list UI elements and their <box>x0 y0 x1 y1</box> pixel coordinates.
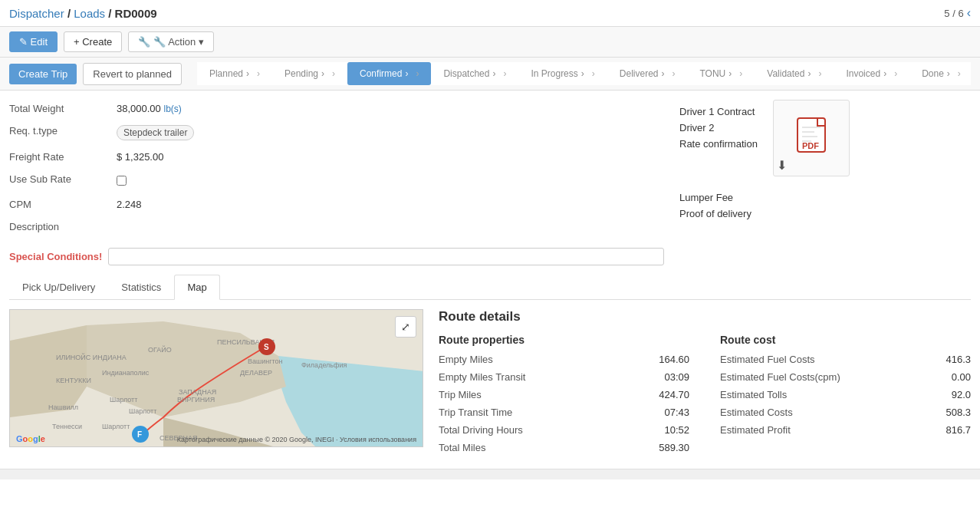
svg-text:F: F <box>137 430 142 439</box>
wrench-icon: 🔧 <box>138 36 150 48</box>
tab-map[interactable]: Map <box>174 275 219 300</box>
dropdown-arrow: ▾ <box>199 36 204 48</box>
driver2-label: Driver 2 <box>679 122 715 133</box>
route-trip-transit-time: Trip Transit Time 07:43 <box>439 407 689 418</box>
svg-text:Нашвилл: Нашвилл <box>48 403 78 411</box>
cpm-row: CPM 2.248 <box>9 196 664 210</box>
route-section: Route details Route properties Empty Mil… <box>439 309 971 459</box>
action-button[interactable]: 🔧 🔧 Action ▾ <box>128 31 214 52</box>
status-in-progress[interactable]: In Progress › <box>518 62 607 85</box>
freight-rate-label: Freight Rate <box>9 148 117 163</box>
toolbar: ✎ Edit + Create 🔧 🔧 Action ▾ <box>0 27 980 58</box>
use-sub-rate-checkbox[interactable] <box>117 170 664 188</box>
svg-text:ДЕЛАВЕР: ДЕЛАВЕР <box>240 369 272 377</box>
svg-text:ИЛИНОЙС  ИНДИАНА: ИЛИНОЙС ИНДИАНА <box>56 353 127 361</box>
create-button[interactable]: + Create <box>64 31 122 52</box>
driver1-row: Driver 1 Contract <box>679 106 758 117</box>
route-est-profit: Estimated Profit 816.7 <box>720 424 971 436</box>
pagination-text: 5 / 6 <box>944 8 963 19</box>
pagination: 5 / 6 ‹ <box>944 6 971 20</box>
route-est-fuel-costs-cpm: Estimated Fuel Costs(cpm) 0.00 <box>720 371 971 383</box>
map-expand-button[interactable]: ⤢ <box>395 316 416 338</box>
google-logo: Google <box>16 434 45 443</box>
lumper-fee-label: Lumper Fee <box>679 192 733 203</box>
lower-area: Pick Up/Delivery Statistics Map <box>0 275 980 469</box>
main-content: Total Weight 38,000.00 lb(s) Req. t.type… <box>0 91 980 275</box>
map-svg: Индианаполис Нашвилл ОГАЙО ИЛИНОЙС ИНДИА… <box>10 310 423 447</box>
status-validated[interactable]: Validated › <box>755 62 834 85</box>
pdf-icon: PDF <box>796 117 827 160</box>
driver2-row: Driver 2 <box>679 122 758 133</box>
driver1-label: Driver 1 Contract <box>679 106 755 117</box>
description-value <box>117 218 664 221</box>
route-est-fuel-costs: Estimated Fuel Costs 416.3 <box>720 354 971 365</box>
svg-text:Теннесси: Теннесси <box>52 423 82 430</box>
route-empty-miles: Empty Miles 164.60 <box>439 354 689 365</box>
special-conditions-input[interactable] <box>108 248 664 265</box>
breadcrumb-dispatcher[interactable]: Dispatcher <box>9 7 64 20</box>
sub-rate-input[interactable] <box>117 176 127 186</box>
breadcrumb-loads[interactable]: Loads <box>74 7 105 20</box>
rate-confirmation-label: Rate confirmation <box>679 138 758 150</box>
status-bar: Planned › Pending › Confirmed › Dispatch… <box>197 62 971 85</box>
total-weight-label: Total Weight <box>9 100 117 114</box>
driver-section: Driver 1 Contract Driver 2 Rate confirma… <box>679 106 758 154</box>
status-pending[interactable]: Pending › <box>272 62 347 85</box>
status-invoiced[interactable]: Invoiced › <box>834 62 909 85</box>
cpm-value: 2.248 <box>117 196 664 210</box>
svg-text:Шарлотт: Шарлотт <box>102 423 130 430</box>
tab-statistics[interactable]: Statistics <box>108 275 174 300</box>
rate-confirmation-row: Rate confirmation <box>679 138 758 150</box>
doc-section: PDF ⬇ <box>773 100 850 176</box>
lower-section: Индианаполис Нашвилл ОГАЙО ИЛИНОЙС ИНДИА… <box>9 300 971 469</box>
req-ttype-tag: Stepdeck trailer <box>117 125 194 140</box>
svg-text:S: S <box>264 343 269 351</box>
route-est-tolls: Estimated Tolls 92.0 <box>720 389 971 400</box>
freight-rate-value: $ 1,325.00 <box>117 148 664 163</box>
route-cost-col: Route cost Estimated Fuel Costs 416.3 Es… <box>720 334 971 459</box>
route-columns: Route properties Empty Miles 164.60 Empt… <box>439 334 971 459</box>
map-attribution: Картографические данные © 2020 Google, I… <box>177 436 416 443</box>
svg-text:Шарлотт: Шарлотт <box>129 407 156 415</box>
header: Dispatcher / Loads / RD0009 5 / 6 ‹ <box>0 0 980 27</box>
route-total-driving-hours: Total Driving Hours 10:52 <box>439 424 689 436</box>
svg-text:Филадельфия: Филадельфия <box>301 361 347 369</box>
status-confirmed[interactable]: Confirmed › <box>347 62 431 85</box>
download-icon[interactable]: ⬇ <box>777 158 787 173</box>
right-section-inner: Driver 1 Contract Driver 2 Rate confirma… <box>679 100 971 176</box>
lumper-section: Lumper Fee Proof of delivery <box>679 192 971 219</box>
status-planned[interactable]: Planned › <box>197 62 272 85</box>
tab-pickup-delivery[interactable]: Pick Up/Delivery <box>9 275 108 300</box>
route-properties-title: Route properties <box>439 334 689 346</box>
route-trip-miles: Trip Miles 424.70 <box>439 389 689 400</box>
route-total-miles: Total Miles 589.30 <box>439 442 689 453</box>
total-weight-row: Total Weight 38,000.00 lb(s) <box>9 100 664 114</box>
route-title: Route details <box>439 309 971 324</box>
svg-text:Индианаполис: Индианаполис <box>102 369 150 377</box>
breadcrumb-id: RD0009 <box>115 7 157 20</box>
status-tonu[interactable]: TONU › <box>688 62 755 85</box>
svg-text:ВИРГИНИЯ: ВИРГИНИЯ <box>177 396 215 403</box>
svg-text:КЕНТУККИ: КЕНТУККИ <box>56 377 91 384</box>
breadcrumb: Dispatcher / Loads / RD0009 <box>9 7 157 20</box>
tabs: Pick Up/Delivery Statistics Map <box>9 275 971 300</box>
svg-text:ОГАЙО: ОГАЙО <box>148 345 172 354</box>
total-weight-value: 38,000.00 lb(s) <box>117 100 664 114</box>
route-properties-col: Route properties Empty Miles 164.60 Empt… <box>439 334 689 459</box>
map-container: Индианаполис Нашвилл ОГАЙО ИЛИНОЙС ИНДИА… <box>9 309 423 459</box>
create-trip-button[interactable]: Create Trip <box>9 64 77 84</box>
edit-button[interactable]: ✎ Edit <box>9 31 58 52</box>
action-label: 🔧 Action <box>153 36 196 48</box>
cpm-label: CPM <box>9 196 117 210</box>
status-done[interactable]: Done › <box>909 62 971 85</box>
svg-text:PDF: PDF <box>802 141 819 150</box>
freight-rate-row: Freight Rate $ 1,325.00 <box>9 148 664 163</box>
status-delivered[interactable]: Delivered › <box>607 62 688 85</box>
pagination-prev[interactable]: ‹ <box>967 6 971 20</box>
route-est-costs: Estimated Costs 508.3 <box>720 407 971 418</box>
proof-row: Proof of delivery <box>679 208 971 219</box>
pdf-thumbnail[interactable]: PDF ⬇ <box>773 100 850 176</box>
status-dispatched[interactable]: Dispatched › <box>431 62 518 85</box>
revert-button[interactable]: Revert to planned <box>83 63 182 85</box>
svg-text:Шарлотт: Шарлотт <box>110 396 137 403</box>
